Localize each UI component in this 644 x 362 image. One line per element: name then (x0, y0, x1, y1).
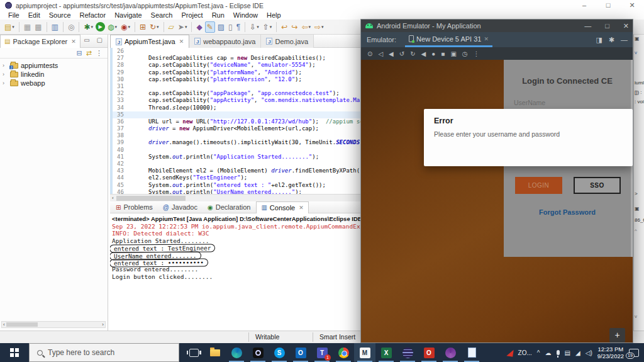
minimize-icon[interactable]: – (572, 0, 596, 11)
close-icon[interactable]: ✕ (179, 38, 184, 45)
launch-icon[interactable]: ➤▾ (177, 21, 189, 33)
editor-tab-webappauto.java[interactable]: Jwebappauto.java (189, 35, 261, 48)
scrollbar-thumb[interactable] (6, 322, 38, 327)
expander-icon[interactable]: › (3, 71, 8, 77)
save-all-icon[interactable]: ▩ (33, 21, 43, 33)
editor-hscrollbar[interactable]: ‹ (110, 194, 360, 201)
layout-panel-icon[interactable]: ◨ (596, 36, 602, 44)
run-external-icon[interactable]: ◉▾ (119, 21, 131, 33)
minimize-icon[interactable]: — (584, 20, 591, 32)
close-icon[interactable]: ✕ (623, 20, 629, 32)
menu-file[interactable]: File (4, 11, 24, 20)
overview-button[interactable]: ■ (441, 50, 445, 57)
chevron-up-icon[interactable]: ^ (537, 349, 540, 356)
close-icon[interactable]: ✕ (620, 0, 644, 11)
onedrive-icon[interactable]: ☁ (545, 349, 552, 356)
previous-annotation-icon[interactable]: ⇧▾ (262, 21, 274, 33)
taskbar-app-excel[interactable]: X (375, 343, 397, 362)
sso-button[interactable]: SSO (574, 177, 621, 194)
menu-navigate[interactable]: Navigate (110, 11, 146, 20)
scrollbar-thumb[interactable] (116, 196, 186, 201)
taskbar-search[interactable]: Type here to search (29, 343, 179, 362)
debug-icon[interactable]: ✱▾ (82, 21, 94, 33)
taskbar-app-chrome[interactable] (333, 343, 354, 362)
menu-search[interactable]: Search (147, 11, 177, 20)
taskbar-app-file-explorer[interactable] (204, 343, 226, 362)
taskbar-app-skype[interactable]: S (269, 343, 290, 362)
zoom-in-button[interactable]: + (609, 328, 625, 342)
more-options-button[interactable]: ⋮ (474, 50, 480, 57)
hide-panel-icon[interactable]: — (621, 36, 628, 44)
link-with-editor-icon[interactable]: ⇄ (86, 49, 92, 57)
volume-down-button[interactable]: ◀ (389, 50, 394, 57)
screenshot-button[interactable]: ▣ (450, 50, 456, 57)
menu-run[interactable]: Run (208, 11, 229, 20)
scroll-right-icon[interactable]: › (102, 322, 104, 327)
taskbar-app-android-emulator[interactable]: M (354, 343, 375, 362)
coverage-icon[interactable]: ◍▾ (106, 21, 118, 33)
taskbar-app-teams[interactable]: T1 (311, 343, 333, 362)
new-java-project-icon[interactable]: ⊞ (138, 21, 147, 33)
forgot-password-link[interactable]: Forgot Password (504, 208, 631, 216)
console-tab-declaration[interactable]: ◉Declaration (203, 201, 255, 213)
taskbar-app-webex[interactable] (247, 343, 269, 362)
taskbar-app-task-view[interactable] (183, 343, 204, 362)
taskbar-app-edge[interactable] (226, 343, 247, 362)
editor-tab-Demo.java[interactable]: JDemo.java (261, 35, 314, 48)
console-tab-console[interactable]: ▥Console✕ (256, 201, 308, 213)
restore-icon[interactable]: □ (596, 0, 620, 11)
menu-edit[interactable]: Edit (24, 11, 45, 20)
remote-desktop-icon[interactable]: ▥ (50, 21, 60, 33)
project-item-linkedin[interactable]: ›linkedin (0, 70, 108, 79)
power-button[interactable]: ⊙ (367, 50, 372, 57)
taskbar-app-outlook[interactable]: O (290, 343, 311, 362)
back-button[interactable]: ◀ (421, 50, 426, 57)
expander-icon[interactable]: › (3, 80, 8, 86)
start-button[interactable] (0, 343, 29, 362)
new-wizard-icon[interactable]: ▤▾ (3, 21, 16, 33)
taskbar-app-obs[interactable]: O (418, 343, 440, 362)
show-whitespace-icon[interactable]: ¶ (235, 21, 242, 33)
volume-icon[interactable]: ◁) (586, 349, 592, 356)
run-icon[interactable]: ▶ (96, 22, 105, 31)
volume-up-button[interactable]: ◁ (378, 50, 383, 57)
collapse-all-icon[interactable]: ⊟ (77, 49, 82, 57)
close-icon[interactable]: ✕ (484, 36, 489, 42)
project-item-webapp[interactable]: ›webapp (0, 79, 108, 88)
scroll-left-icon[interactable]: ‹ (3, 322, 5, 327)
save-icon[interactable]: ▦ (23, 21, 32, 33)
console-tab-javadoc[interactable]: @Javadoc (158, 201, 202, 213)
toggle-mark-occurrences-icon[interactable]: ✎ (205, 21, 215, 33)
next-edit-location-icon[interactable]: ↪ (290, 21, 299, 33)
taskbar-app-notepad[interactable] (461, 343, 482, 362)
scroll-left-icon[interactable]: ‹ (112, 195, 114, 201)
forward-history-icon[interactable]: ⇨▾ (313, 21, 325, 33)
maximize-icon[interactable]: □ (605, 20, 609, 32)
rotate-right-button[interactable]: ↻ (410, 50, 415, 57)
skip-breakpoints-icon[interactable]: ◎ (67, 21, 75, 33)
view-minimize-maximize-icons[interactable]: ▭ ▢ (84, 37, 105, 43)
link-editor-icon[interactable]: ▨ (216, 21, 226, 33)
update-project-icon[interactable]: ↻▾ (148, 21, 160, 33)
taskbar-app-purple-app[interactable] (440, 343, 461, 362)
settings-gear-icon[interactable]: ✱ (609, 36, 614, 44)
editor-tab-AppiumTest.java[interactable]: JAppiumTest.java✕ (110, 35, 189, 48)
taskbar-app-eclipse-ide[interactable] (397, 343, 418, 362)
zoom-app-icon[interactable] (506, 349, 513, 356)
rotate-left-button[interactable]: ↺ (399, 50, 404, 57)
show-whitespace-block-icon[interactable]: ▯ (227, 21, 234, 33)
close-icon[interactable]: ✕ (299, 205, 304, 211)
snapshot-button[interactable]: ◷ (462, 50, 468, 57)
emulator-screen[interactable]: Login to Connected CE UserName LOGIN SSO… (361, 60, 633, 342)
open-resource-icon[interactable]: ▱ (167, 21, 175, 33)
network-icon[interactable]: ◢ (575, 349, 580, 356)
device-tab[interactable]: New Device 5 API 31 ✕ (405, 32, 492, 47)
notifications-icon[interactable]: 19 (629, 349, 639, 357)
package-explorer-hscrollbar[interactable]: ‹ › (1, 321, 106, 328)
login-button[interactable]: LOGIN (515, 177, 562, 194)
next-annotation-icon[interactable]: ⇩▾ (248, 21, 260, 33)
back-history-icon[interactable]: ⇦▾ (300, 21, 312, 33)
taskbar-clock[interactable]: 12:23 PM 9/23/2022 (597, 346, 624, 359)
input-indicator-icon[interactable]: ▤ (565, 349, 570, 356)
mic-icon[interactable] (557, 350, 560, 355)
